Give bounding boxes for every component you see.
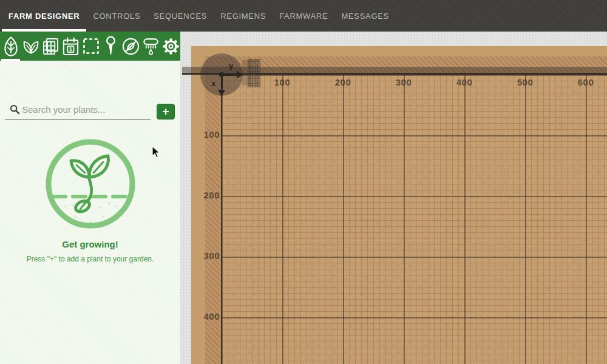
tab-label: FARMWARE — [279, 12, 328, 21]
horizontal-axis-arrowhead — [237, 71, 243, 78]
toolbar-gardens-button[interactable] — [41, 32, 60, 61]
x-axis-label: 400 — [434, 77, 495, 87]
box-select-icon — [83, 38, 100, 55]
weeds-icon — [122, 38, 140, 55]
add-plant-button[interactable]: + — [157, 104, 175, 120]
tab-regimens[interactable]: REGIMENS — [214, 0, 273, 32]
x-axis-label: 600 — [555, 77, 607, 87]
tab-farm-designer[interactable]: FARM DESIGNER — [2, 0, 86, 32]
tab-sequences[interactable]: SEQUENCES — [147, 0, 214, 32]
mouse-cursor — [152, 146, 161, 161]
crops-leaves-icon — [22, 38, 39, 55]
horizontal-axis-arrow — [222, 74, 237, 76]
tab-controls[interactable]: CONTROLS — [86, 0, 147, 32]
toolbar-crops-button[interactable] — [21, 32, 40, 61]
y-axis-label: 300 — [191, 251, 220, 261]
toolbar-weeds-button[interactable] — [121, 32, 140, 61]
designer-toolbar: 1 — [0, 32, 180, 61]
toolbar-settings-button[interactable] — [161, 32, 180, 61]
search-input[interactable] — [5, 99, 151, 120]
designer-sidebar: 1 — [0, 32, 180, 364]
empty-state-hint: Press "+" to add a plant to your garden. — [0, 255, 180, 263]
empty-state-title: Get growing! — [0, 239, 180, 249]
y-axis-line — [221, 74, 222, 364]
tab-messages[interactable]: MESSAGES — [334, 0, 396, 32]
tab-farmware[interactable]: FARMWARE — [273, 0, 334, 32]
garden-map[interactable]: y x 100200300400500600100200300400 — [191, 46, 607, 364]
toolbar-plants-button[interactable] — [1, 32, 20, 61]
toolbar-calendar-button[interactable]: 1 — [61, 32, 80, 61]
garden-grid-icon — [42, 38, 59, 55]
tab-label: CONTROLS — [93, 12, 140, 21]
y-axis-label: 100 — [191, 129, 220, 140]
x-axis-label: 200 — [313, 77, 373, 87]
toolbar-irrigation-button[interactable] — [141, 32, 160, 61]
x-axis-label: 300 — [373, 77, 434, 87]
tab-label: FARM DESIGNER — [8, 12, 80, 21]
calendar-icon: 1 — [63, 37, 79, 56]
x-axis-label: 100 — [252, 77, 313, 87]
toolbar-points-button[interactable] — [101, 32, 120, 61]
vertical-axis-letter: x — [211, 79, 215, 88]
tab-label: REGIMENS — [220, 12, 266, 21]
y-axis-label: 200 — [191, 190, 220, 200]
vertical-axis-arrow — [221, 75, 223, 90]
settings-gear-icon — [162, 38, 180, 55]
irrigation-icon — [142, 37, 160, 56]
tab-label: SEQUENCES — [154, 12, 207, 21]
plant-search-row: + — [0, 67, 180, 97]
y-axis-label: 400 — [191, 311, 220, 322]
x-axis-label: 500 — [495, 77, 555, 87]
toolbar-box-select-button[interactable] — [81, 32, 100, 61]
map-pin-icon — [106, 36, 116, 56]
tab-label: MESSAGES — [341, 12, 389, 21]
sprout-illustration — [45, 221, 136, 231]
vertical-axis-arrowhead — [218, 90, 225, 96]
map-soil-grid — [222, 75, 607, 364]
plant-leaf-icon — [4, 36, 18, 56]
calendar-day-number: 1 — [69, 46, 72, 52]
horizontal-axis-letter: y — [229, 61, 233, 70]
main-nav: FARM DESIGNER CONTROLS SEQUENCES REGIMEN… — [0, 0, 607, 32]
